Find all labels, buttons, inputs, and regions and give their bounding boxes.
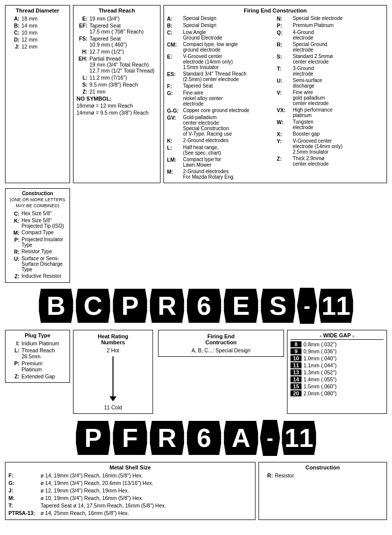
heat-cold-label: 11 Cold	[76, 404, 150, 410]
entry-label: B:	[8, 23, 20, 29]
firing-value: Tungsten electrode	[293, 119, 384, 130]
metal-shell-entry: T:Tapered Seat ø 14, 17.5mm Reach, 16mm …	[8, 502, 252, 508]
firing-label: E:	[167, 54, 181, 70]
construction-box: Construction(ONE OR MORE LETTERSMAY BE C…	[5, 188, 70, 283]
firing-entry: Y:V-Grooved center electrode (14mm only)…	[277, 138, 384, 155]
plug-letter: F	[112, 420, 148, 456]
metal-value: ø 10, 19mm (3/4") Reach, 16mm (5/8") Hex…	[40, 495, 143, 501]
firing-value: Copper core ground electrode	[183, 108, 274, 114]
firing-label: CM:	[167, 42, 181, 53]
thread-diameter-entries: A:18 mmB:14 mmC:10 mmD:12 mmJ:12 mm	[8, 16, 66, 50]
metal-shell-entry: PTR5A-13:ø 14, 25mm Reach, 16mm (5/8") H…	[8, 510, 252, 516]
firing-entry: F:Tapered Seat	[167, 83, 274, 89]
plug-type-entry: P:Premium Platinum	[8, 360, 66, 372]
firing-entry: B:Special Design	[167, 23, 274, 29]
entry-label: J:	[8, 44, 20, 50]
gap-number: 8	[290, 341, 302, 347]
entry-value: Tapered Seat 10.9 mm (.460")	[90, 36, 157, 48]
firing-label: N:	[277, 16, 291, 22]
firing-entry: G:Fine wire nickel alloy center electrod…	[167, 90, 274, 107]
entry-value: 10 mm	[22, 30, 66, 36]
metal-label: T:	[8, 502, 38, 508]
firing-entry: LM:Compact type for Lawn Mower	[167, 157, 274, 168]
firing-value: Special Design	[183, 16, 274, 22]
gap-entry: 101.0mm (.040")	[290, 355, 384, 361]
entry-value: 14 mm	[22, 23, 66, 29]
construction-bottom-entries: R:Resistor	[262, 472, 384, 478]
plug-type-entries: I:Iridium PlatinumL:Thread Reach 26.5mmP…	[8, 340, 66, 379]
metal-value: ø 14, 25mm Reach, 16mm (5/8") Hex.	[40, 510, 129, 516]
metal-shell-box: Metal Shell Size F:ø 14, 19mm (3/4") Rea…	[5, 462, 256, 520]
firing-end-top-box: Firing End Construction A:Special Design…	[164, 5, 387, 183]
main-layout: Thread Diameter A:18 mmB:14 mmC:10 mmD:1…	[5, 5, 387, 520]
firing-value: V-Grooved center electrode (14mm only) 2…	[293, 138, 384, 155]
plug-type-title: Plug Type	[8, 332, 66, 338]
plug-letter: -	[297, 288, 317, 324]
firing-end-bottom-box: Firing EndContruction A, B, C...: Specia…	[158, 330, 284, 357]
thread-reach-entry: FS:Tapered Seat 10.9 mm (.460")	[76, 36, 157, 48]
plug-letter: A	[223, 420, 259, 456]
entry-label: L:	[8, 347, 20, 359]
entry-label: D:	[8, 37, 20, 43]
gap-entry: 202.0mm (.080")	[290, 390, 384, 396]
firing-right-col: N:Special Side electrodeP:Premium Platin…	[277, 16, 384, 181]
metal-label: F:	[8, 472, 38, 478]
no-symbol: NO SYMBOL:	[76, 96, 112, 102]
heat-arrow	[76, 356, 150, 401]
entry-value: 9.5 mm (3/8") Reach	[90, 82, 157, 88]
firing-label: A:	[167, 16, 181, 22]
thread-reach-entry: 14mmø = 9.5 mm (3/8") Reach	[76, 110, 157, 116]
firing-label: G-G:	[167, 108, 181, 114]
firing-end-title: Firing End Construction	[167, 8, 384, 14]
construction-title: Construction(ONE OR MORE LETTERSMAY BE C…	[8, 191, 66, 209]
entry-label: P:	[8, 237, 20, 248]
firing-value: Booster gap	[293, 131, 384, 137]
entry-label: I:	[8, 340, 20, 346]
entry-label: Z:	[8, 273, 20, 279]
firing-entry: V:Fine wire gold palladium center electr…	[277, 90, 384, 106]
firing-entry: Q:4-Ground electrode	[277, 30, 384, 41]
firing-label: V:	[277, 90, 291, 106]
firing-label: U:	[277, 78, 291, 89]
firing-label: F:	[167, 83, 181, 89]
firing-entry: W:Tungsten electrode	[277, 119, 384, 130]
thread-diameter-entry: C:10 mm	[8, 30, 66, 36]
firing-value: Special Side electrode	[293, 16, 384, 22]
entry-label: H:	[76, 49, 88, 55]
metal-value: ø 14, 19mm (3/4") Reach, 20.6mm (13/16")…	[40, 480, 154, 486]
metal-label: G:	[8, 480, 38, 486]
firing-end-bottom-value: A, B, C...: Special Design	[162, 347, 280, 353]
thread-diameter-entry: A:18 mm	[8, 16, 66, 22]
entry-label: S:	[76, 82, 88, 88]
construction-bottom-title: Construction	[262, 464, 384, 470]
firing-label: G:	[167, 90, 181, 107]
plug-letter: R	[149, 420, 185, 456]
entry-value: 21 mm	[90, 89, 157, 95]
firing-label: Y:	[277, 138, 291, 155]
entry-label: FS:	[76, 36, 88, 48]
gap-number: 9	[290, 348, 302, 354]
firing-value: Premium Platinum	[293, 23, 384, 29]
firing-label: VX:	[277, 107, 291, 118]
firing-entry: E:V-Grooved center electrode (14mm only)…	[167, 54, 274, 70]
firing-value: 2-Ground electrodes	[183, 138, 274, 144]
gap-number: 20	[290, 390, 302, 396]
construction-entry: Z:Inductive Resistor	[8, 273, 66, 279]
heat-fire-row: Heat RatingNumbers 2 Hot 11 Cold Firing …	[73, 330, 284, 414]
wide-gap-box: - WIDE GAP - 80.8mm (.032")90.9mm (.036"…	[287, 330, 387, 414]
thread-diameter-entry: B:14 mm	[8, 23, 66, 29]
thread-reach-entries: E:19 mm (3/4")EF:Tapered Seat 17.5 mm (.…	[76, 16, 157, 116]
metal-label: M:	[8, 495, 38, 501]
metal-shell-entry: G:ø 14, 19mm (3/4") Reach, 20.6mm (13/16…	[8, 480, 252, 486]
entry-value: 12.7 mm (1/2")	[90, 49, 157, 55]
gap-value: 0.9mm (.036")	[304, 348, 336, 354]
gap-value: 1.4mm (.055")	[304, 376, 336, 382]
firing-entry: CM:Compact type, low angle ground electr…	[167, 42, 274, 53]
firing-end-bottom-title: Firing EndContruction	[162, 333, 280, 345]
construction-entry: R:Resistor Type	[8, 249, 66, 255]
plug-letter: 11	[281, 420, 317, 456]
firing-entry: C:Low Angle Ground Electrode	[167, 30, 274, 41]
entry-value: 18 mm	[22, 16, 66, 22]
gap-value: 2.0mm (.080")	[304, 390, 336, 396]
gap-value: 0.8mm (.032")	[304, 341, 336, 347]
